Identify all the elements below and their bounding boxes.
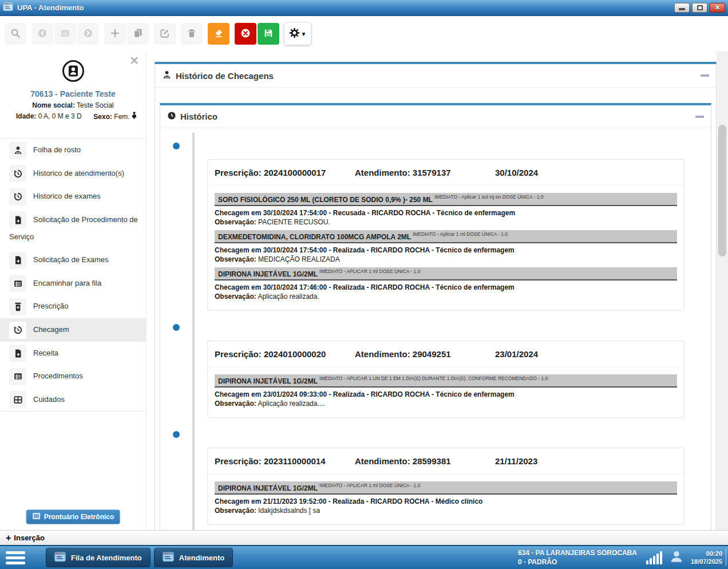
scrollbar-thumb[interactable] [718,125,726,256]
clock-icon [167,111,176,122]
sidebar-item-label: Historico de exames [33,192,101,200]
prescription-icon [9,298,26,315]
user-card-icon [162,70,172,81]
checagens-panel-header: Histórico de Checagens [155,64,716,88]
cancel-button[interactable] [235,23,256,45]
file-plus-icon [9,252,26,269]
sidebar-item-procedimentos[interactable]: Procedimentos [0,365,146,388]
taskbar-tab-atendimento[interactable]: Atendimento [154,548,233,567]
app-window-icon [54,552,66,563]
medication-header: SORO FISIOLÓGICO 250 ML (CLORETO DE SODI… [215,193,677,206]
add-button[interactable] [104,23,126,45]
medication-item: DIPIRONA INJETÁVEL 1G/2MLIMEDIATO - APLI… [215,481,677,515]
prontuario-eletronico-button[interactable]: Prontuário Eletrônico [26,509,121,524]
edit-icon [160,28,170,40]
menu-hamburger-icon[interactable] [6,551,25,564]
save-button[interactable] [258,23,279,45]
prescription-card-body: DIPIRONA INJETÁVEL 1G/2MLIMEDIATO - APLI… [208,475,684,524]
check-line: Checagem em 23/01/2024 09:33:00 - Realiz… [215,390,677,398]
taskbar: Fila de Atendimento Atendimento 634 - PA… [0,545,728,569]
copy-button[interactable] [127,23,149,45]
historico-panel-header: Histórico [160,105,711,128]
timeline-entry: Prescrição: 2023110000014 Atendimento: 2… [160,418,711,525]
maximize-icon [697,5,703,10]
save-icon [263,28,274,40]
forward-button[interactable] [77,23,99,45]
timeline-dot-icon [173,324,180,331]
observation-value: Aplicação realizada. [258,293,319,301]
sidebar-item-label: Cuidados [33,395,65,404]
medication-name: DIPIRONA INJETÁVEL 1G/2ML [218,377,318,385]
content-area: ✕ 70613 - Paciente Teste Nome social: Te… [0,52,728,530]
cancel-icon [240,28,251,40]
sidebar-item-checagem[interactable]: Checagem [0,318,146,342]
sidebar-item-cuidados[interactable]: Cuidados [0,388,146,412]
sidebar-close-icon[interactable]: ✕ [129,55,139,66]
history-icon [9,322,26,339]
check-line: Checagem em 21/11/2023 19:52:00 - Realiz… [215,497,677,505]
maximize-button[interactable] [692,3,707,13]
check-line: Checagem em 30/10/2024 17:54:00 - Realiz… [215,246,677,254]
sidebar-item-solicitacao-procedimento[interactable]: Solicitação de Procedimento de Serviço [0,208,146,249]
sidebar-item-label: Prescrição [33,302,68,310]
patient-summary: 70613 - Paciente Teste Nome social: Test… [0,52,146,121]
delete-button[interactable] [181,23,203,45]
prescription-card: Prescrição: 2024010000020 Atendimento: 2… [207,341,685,418]
edit-button[interactable] [154,23,176,45]
vertical-scrollbar[interactable] [717,52,728,530]
sidebar-item-label: Encaminhar para fila [33,279,101,287]
file-plus-icon [9,345,26,362]
sidebar-item-receita[interactable]: Receita [0,342,146,365]
timeline-dot-icon [173,431,180,438]
patient-sidebar: ✕ 70613 - Paciente Teste Nome social: Te… [0,52,147,530]
close-button[interactable]: ✕ [710,3,725,13]
insertion-bar[interactable]: + Inserção [0,530,728,545]
search-button[interactable] [5,23,26,45]
list-icon [9,275,26,292]
sidebar-item-label: Solicitação de Procedimento de Serviço [9,215,138,242]
clear-button[interactable] [208,23,230,45]
sidebar-item-label: Solicitação de Exames [33,255,109,264]
prescription-card: Prescrição: 2024100000017 Atendimento: 3… [207,159,685,311]
back-button[interactable] [31,23,53,45]
sidebar-item-prescricao[interactable]: Prescrição [0,295,146,318]
medication-item: DIPIRONA INJETÁVEL 1G/2MLIMEDIATO - APLI… [215,374,677,408]
minimize-button[interactable] [674,3,690,13]
female-icon [132,113,137,121]
historico-panel-title: Histórico [180,112,695,121]
sidebar-item-solicitacao-exames[interactable]: Solicitação de Exames [0,248,146,272]
insertion-label: Inserção [14,534,44,542]
observation-line: Observação: Aplicação realizada.... [215,400,677,408]
sidebar-item-historico-exames[interactable]: Historico de exames [0,185,146,208]
timeline-entry: Prescrição: 2024010000020 Atendimento: 2… [160,311,711,418]
taskbar-tab-fila-de-atendimento[interactable]: Fila de Atendimento [46,548,151,567]
sidebar-item-encaminhar-para-fila[interactable]: Encaminhar para fila [0,272,146,295]
plus-icon: + [6,533,11,543]
clock-block: 00:20 18/07/2025 [691,550,722,566]
collapse-icon[interactable] [701,74,709,77]
taskbar-tab-label: Atendimento [179,554,224,562]
prescription-card-header: Prescrição: 2024100000017 Atendimento: 3… [208,160,684,186]
app-window-icon [163,552,174,563]
prescription-card: Prescrição: 2023110000014 Atendimento: 2… [207,448,685,525]
collapse-icon[interactable] [695,116,704,118]
sidebar-item-label: Historico de atendimento(s) [33,169,124,177]
prescription-card-header: Prescrição: 2023110000014 Atendimento: 2… [208,448,684,475]
medication-posology: IMEDIATO - APLICAR 1 ml DOSE ÚNICA - 1.0 [319,483,420,488]
observation-label: Observação: [215,218,256,226]
user-icon[interactable] [669,549,684,566]
trash-icon [187,28,197,40]
prescription-number: Prescrição: 2024100000017 [215,168,355,177]
patient-name: 70613 - Paciente Teste [0,89,146,98]
records-button[interactable] [54,23,76,45]
sidebar-item-label: Procedimentos [33,372,83,380]
settings-menu-button[interactable]: ▼ [284,23,311,45]
timeline-entry: Prescrição: 2024100000017 Atendimento: 3… [160,129,711,311]
observation-label: Observação: [215,507,256,515]
observation-line: Observação: MEDICAÇÃO REALIZADA [215,255,677,263]
search-icon [10,28,21,40]
sidebar-item-historico-atendimentos[interactable]: Historico de atendimento(s) [0,162,146,185]
taskbar-status: 634 - PA LARANJEIRAS SOROCABA 0 - PADRÃO… [518,548,728,567]
sidebar-item-folha-de-rosto[interactable]: Folha de rosto [0,139,146,162]
sidebar-item-label: Receita [33,349,58,357]
